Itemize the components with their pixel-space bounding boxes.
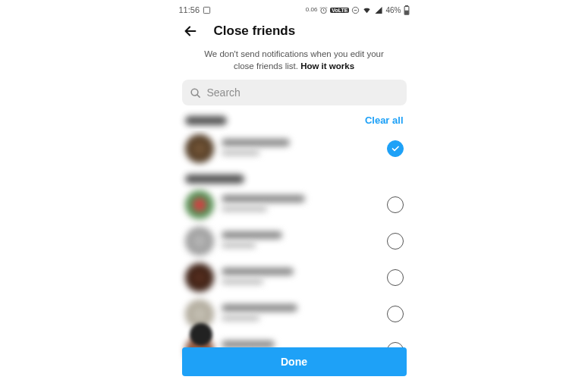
user-label (222, 139, 379, 159)
svg-rect-4 (405, 5, 407, 6)
screenshot-icon (203, 6, 211, 14)
status-time: 11:56 (179, 5, 200, 14)
list-item[interactable] (175, 296, 414, 332)
page-title: Close friends (214, 24, 296, 39)
svg-rect-0 (203, 7, 209, 13)
select-toggle[interactable] (387, 269, 404, 286)
user-label (222, 231, 379, 252)
how-it-works-link[interactable]: How it works (300, 61, 354, 71)
user-label (222, 304, 379, 325)
friends-list (175, 130, 414, 381)
select-toggle[interactable] (387, 196, 404, 213)
section-heading-selected (185, 116, 227, 125)
back-button[interactable] (182, 23, 199, 39)
user-label (222, 268, 379, 288)
page-header: Close friends (175, 17, 414, 47)
wifi-icon (362, 6, 372, 14)
status-bar: 11:56 0.06 VoLTE 46% (175, 3, 414, 17)
avatar (185, 190, 214, 219)
done-button[interactable]: Done (182, 347, 407, 376)
svg-rect-5 (404, 11, 407, 14)
clear-all-button[interactable]: Clear all (365, 115, 404, 126)
avatar (185, 263, 214, 292)
select-toggle[interactable] (387, 306, 404, 322)
info-text: We don't send notifications when you edi… (175, 47, 414, 80)
status-data: 0.06 (306, 7, 318, 13)
signal-icon (374, 6, 383, 14)
avatar (185, 134, 214, 163)
battery-icon (404, 5, 410, 15)
list-item[interactable] (175, 187, 414, 223)
avatar (190, 323, 212, 346)
status-battery-pct: 46% (385, 6, 401, 14)
alarm-icon (319, 6, 328, 14)
dnd-icon (351, 6, 360, 14)
list-item[interactable] (175, 259, 414, 296)
list-item[interactable] (175, 223, 414, 259)
select-toggle[interactable] (387, 233, 404, 250)
select-toggle-checked[interactable] (387, 140, 404, 157)
app-screen: 11:56 0.06 VoLTE 46% Close friends We do… (175, 3, 414, 381)
status-volte: VoLTE (330, 8, 349, 13)
avatar (185, 227, 214, 256)
section-heading-suggested (185, 174, 244, 184)
user-label (222, 195, 379, 215)
search-placeholder: Search (207, 86, 241, 99)
search-icon (190, 87, 201, 99)
search-input[interactable]: Search (182, 80, 407, 105)
list-item[interactable] (175, 130, 414, 167)
